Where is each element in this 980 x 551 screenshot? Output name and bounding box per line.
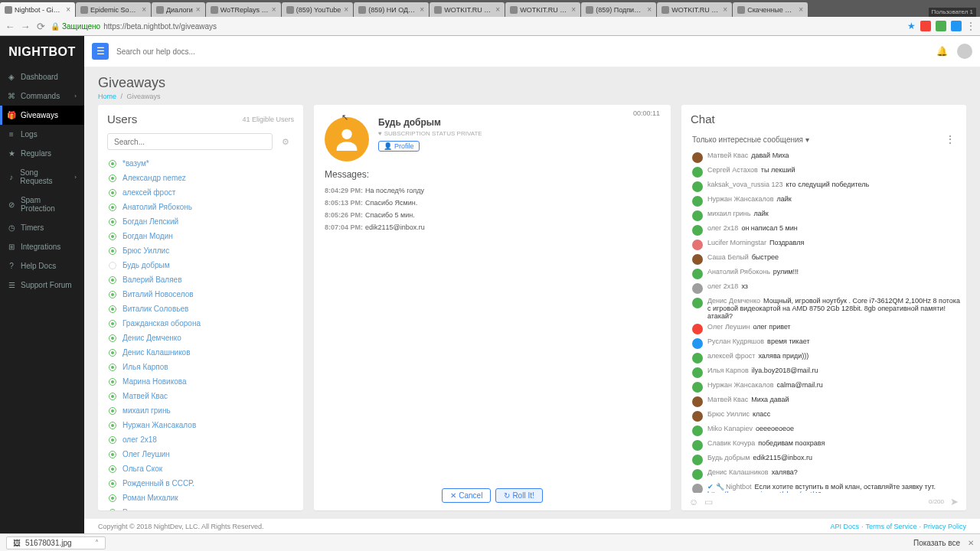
- close-icon[interactable]: ×: [344, 5, 348, 14]
- chat-filter[interactable]: Только интересные сообщения ▾: [692, 135, 809, 144]
- user-row[interactable]: Денис Демченко: [98, 331, 303, 345]
- browser-tab[interactable]: Диалоги×: [152, 2, 205, 17]
- chat-more-icon[interactable]: ⋮: [945, 133, 956, 145]
- chat-input-row: ☺ ▭ 0/200 ➤: [681, 493, 966, 510]
- send-icon[interactable]: ➤: [950, 496, 959, 507]
- user-row[interactable]: Матвей Квас: [98, 389, 303, 403]
- browser-tab[interactable]: Nightbot - Giveaways×: [0, 2, 75, 17]
- file-icon: 🖼: [13, 539, 21, 547]
- browser-tab[interactable]: WOTKIT.RU — новый с×: [430, 2, 505, 17]
- user-avatar[interactable]: [957, 44, 972, 59]
- close-icon[interactable]: ✕: [968, 539, 974, 547]
- browser-tab[interactable]: WoTReplays ИС-4 Hun×: [206, 2, 281, 17]
- close-icon[interactable]: ×: [723, 5, 727, 14]
- sidebar-item-logs[interactable]: ≡Logs: [0, 125, 84, 144]
- breadcrumb: Home / Giveaways: [98, 93, 966, 100]
- user-row[interactable]: Виталик Соловьев: [98, 302, 303, 316]
- help-search-input[interactable]: [116, 47, 254, 56]
- user-row[interactable]: Александр nemez: [98, 171, 303, 185]
- sidebar-item-commands[interactable]: ⌘Commands›: [0, 86, 84, 106]
- money-icon[interactable]: ▭: [704, 497, 713, 507]
- user-row[interactable]: Анатолий Рябоконь: [98, 200, 303, 214]
- sidebar-item-giveaways[interactable]: 🎁Giveaways: [0, 106, 84, 125]
- user-row[interactable]: Олег Леушин: [98, 447, 303, 461]
- close-icon[interactable]: ×: [196, 5, 201, 14]
- browser-chrome: Nightbot - Giveaways×Epidemic Sound | La…: [0, 0, 980, 36]
- star-icon[interactable]: ★: [907, 21, 916, 31]
- sidebar-item-timers[interactable]: ◷Timers: [0, 218, 84, 237]
- status-dot: [109, 407, 116, 415]
- sidebar: NIGHTBOT ◈Dashboard⌘Commands›🎁Giveaways≡…: [0, 36, 84, 533]
- cancel-button[interactable]: ✕Cancel: [442, 488, 491, 503]
- user-row[interactable]: Илья Карпов: [98, 360, 303, 374]
- user-row[interactable]: Марина Новикова: [98, 374, 303, 389]
- back-button[interactable]: ←: [5, 21, 15, 31]
- menu-toggle-button[interactable]: ☰: [92, 43, 109, 60]
- user-row[interactable]: Нуржан Жансакалов: [98, 418, 303, 432]
- browser-tab[interactable]: Скаченные файлы×: [733, 2, 808, 17]
- sidebar-item-help-docs[interactable]: ?Help Docs: [0, 256, 84, 276]
- close-icon[interactable]: ×: [799, 5, 803, 14]
- settings-icon[interactable]: ⚙: [277, 133, 294, 150]
- user-list[interactable]: *вазум*Александр nemezалексей фростАнато…: [98, 156, 303, 510]
- profile-button[interactable]: 👤Profile: [378, 141, 420, 152]
- footer-link[interactable]: Privacy Policy: [923, 523, 966, 530]
- browser-tab[interactable]: (859) YouTube×: [282, 2, 354, 17]
- crumb-home[interactable]: Home: [98, 93, 116, 100]
- sidebar-item-regulars[interactable]: ★Regulars: [0, 144, 84, 163]
- reload-button[interactable]: ⟳: [35, 21, 46, 31]
- close-icon[interactable]: ×: [495, 5, 500, 14]
- sidebar-item-spam-protection[interactable]: ⊘Spam Protection: [0, 191, 84, 218]
- footer-link[interactable]: API Docs: [830, 523, 859, 530]
- forward-button[interactable]: →: [20, 21, 31, 31]
- user-row[interactable]: Рожденный в СССР.: [98, 476, 303, 491]
- close-icon[interactable]: ×: [66, 5, 70, 14]
- close-icon[interactable]: ×: [142, 5, 146, 14]
- sidebar-item-dashboard[interactable]: ◈Dashboard: [0, 67, 84, 86]
- browser-tab[interactable]: Epidemic Sound | Lar×: [76, 2, 151, 17]
- browser-tab[interactable]: WOTKIT.RU — новый с×: [657, 2, 732, 17]
- ext-icon[interactable]: [936, 21, 946, 31]
- user-row[interactable]: Денис Калашников: [98, 345, 303, 360]
- ext-icon[interactable]: [920, 21, 931, 31]
- ext-icon[interactable]: [951, 21, 962, 31]
- user-row[interactable]: Роспропаганда: [98, 505, 303, 510]
- users-search-input[interactable]: [107, 133, 273, 150]
- integrations-icon: ⊞: [8, 243, 15, 251]
- user-row[interactable]: Будь добрым: [98, 258, 303, 272]
- close-icon[interactable]: ×: [571, 5, 576, 14]
- user-row[interactable]: Ольга Скок: [98, 461, 303, 476]
- browser-tab[interactable]: (859) Подписки - YouT×: [581, 2, 656, 17]
- close-icon[interactable]: ×: [420, 5, 424, 14]
- address-bar[interactable]: 🔒Защищено https://beta.nightbot.tv/givea…: [51, 19, 903, 33]
- footer-link[interactable]: Terms of Service: [865, 523, 916, 530]
- chat-list[interactable]: Матвей Квасдавай МихаСергей Астаховты ле…: [681, 150, 966, 493]
- user-row[interactable]: *вазум*: [98, 156, 303, 171]
- sidebar-item-song-requests[interactable]: ♪Song Requests›: [0, 163, 84, 191]
- notifications-icon[interactable]: 🔔: [936, 46, 948, 57]
- roll-button[interactable]: ↻Roll It!: [495, 488, 542, 503]
- close-icon[interactable]: ×: [272, 5, 276, 14]
- user-row[interactable]: Богдан Модин: [98, 229, 303, 243]
- chat-link[interactable]: https://ru.wargaming.net/clans/wot/42...: [707, 491, 828, 493]
- close-icon[interactable]: ×: [647, 5, 652, 14]
- chrome-menu-icon[interactable]: ⋮: [966, 21, 975, 31]
- user-row[interactable]: Брюс Уиллис: [98, 243, 303, 258]
- download-item[interactable]: 🖼 51678031.jpg ˄: [6, 536, 106, 549]
- sidebar-item-integrations[interactable]: ⊞Integrations: [0, 237, 84, 256]
- user-row[interactable]: Валерий Валяев: [98, 272, 303, 287]
- user-row[interactable]: михаил гринь: [98, 403, 303, 418]
- user-row[interactable]: Виталий Новоселов: [98, 287, 303, 302]
- sidebar-item-support-forum[interactable]: ☰Support Forum: [0, 276, 84, 295]
- browser-tab[interactable]: (859) НИ ОДНОГО ДН×: [354, 2, 429, 17]
- user-row[interactable]: Роман Михалик: [98, 491, 303, 505]
- user-row[interactable]: Богдан Лепский: [98, 214, 303, 229]
- chat-row: ✔ 🔧 NightbotЕсли хотите вступить в мой к…: [689, 481, 963, 493]
- user-row[interactable]: алексей фрост: [98, 185, 303, 200]
- user-row[interactable]: олег 2x18: [98, 432, 303, 447]
- user-row[interactable]: Гражданская оборона: [98, 316, 303, 331]
- browser-tab[interactable]: WOTKIT.RU — новый с×: [505, 2, 580, 17]
- show-all-downloads[interactable]: Показать все: [913, 539, 960, 547]
- emoji-icon[interactable]: ☺: [689, 497, 698, 507]
- chrome-user-badge[interactable]: Пользовател 1: [929, 8, 976, 17]
